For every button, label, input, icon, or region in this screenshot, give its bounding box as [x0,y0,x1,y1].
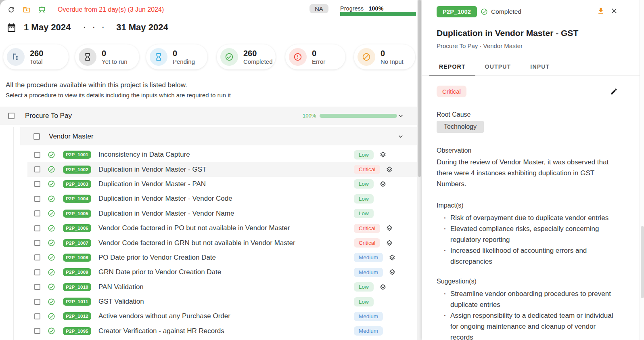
procedure-name: Duplication in Vendor Master - PAN [98,180,206,188]
row-checkbox[interactable] [34,269,40,275]
layers-icon [389,254,396,261]
procedure-row[interactable]: P2P_1007 Vendor Code factored in GRN but… [27,235,417,250]
group-procure-to-pay[interactable]: Procure To Pay 100% [0,107,417,125]
tab-input[interactable]: INPUT [521,59,559,76]
row-checkbox[interactable] [34,313,40,319]
refresh-icon[interactable] [7,6,15,14]
procedure-name: Vendor Code factored in PO but not avail… [98,224,290,232]
left-scrollbar-thumb[interactable] [418,0,421,177]
row-checkbox[interactable] [34,225,40,231]
row-checkbox[interactable] [34,299,40,305]
edit-icon[interactable] [610,88,618,95]
observation-label: Observation [437,147,471,154]
row-checkbox[interactable] [34,181,40,187]
tab-output[interactable]: OUTPUT [475,59,521,76]
completed-check-icon [48,313,55,320]
procedure-id-badge: P2P_1001 [63,151,91,159]
procedure-row[interactable]: P2P_1001 Inconsistency in Data Capture L… [27,147,417,162]
stat-error[interactable]: 0Error [285,44,345,69]
severity-badge: Medium [354,253,383,262]
procedure-id-badge: P2P_1002 [63,166,91,174]
subgroup-label: Vendor Master [49,132,94,141]
stat-no-input[interactable]: 0No Input [354,44,415,69]
procedure-name: Active vendors without any Purchase Orde… [98,312,230,320]
completed-check-icon [48,239,55,247]
procedure-id-badge: P2P_1004 [63,195,91,203]
procedure-name: GRN Date prior to Vendor Creation Date [98,268,221,276]
procedure-row[interactable]: P2P_1010 PAN Validation Low [27,280,417,294]
stat-value: 0 [381,49,385,58]
chevron-down-icon[interactable] [397,132,405,141]
folder-move-icon[interactable] [23,6,31,14]
row-checkbox[interactable] [34,254,40,260]
row-checkbox[interactable] [34,166,40,172]
procedure-name: GST Validation [98,298,144,306]
calendar-icon[interactable] [6,23,17,33]
severity-badge: Low [354,194,374,204]
procedure-list: P2P_1001 Inconsistency in Data Capture L… [27,147,417,338]
stat-value: 0 [312,49,316,58]
group-checkbox[interactable] [8,113,15,119]
procedures-panel: Overdue from 21 day(s) (3 Jun 2024) NA P… [0,0,417,340]
subgroup-checkbox[interactable] [33,133,40,140]
layers-icon [386,225,393,232]
procedure-row[interactable]: P2P_1095 Creator Verification - against … [27,324,417,338]
chevron-down-icon[interactable] [397,112,405,120]
severity-badge: Low [354,282,374,292]
severity-badge: Low [354,179,374,189]
procedure-row[interactable]: P2P_1005 Duplication in Vendor Master - … [27,206,417,221]
stat-pending[interactable]: 0Pending [146,44,207,69]
stat-completed[interactable]: 260Completed [217,44,276,69]
procedure-row[interactable]: P2P_1008 PO Date prior to Vendor Creatio… [27,250,417,265]
stat-value: 260 [243,49,257,58]
description-line1: All the procedure available within this … [6,81,187,89]
detail-status: Completed [481,8,521,15]
row-checkbox[interactable] [34,196,40,202]
detail-status-label: Completed [491,8,521,15]
subgroup-vendor-master[interactable]: Vendor Master [20,127,417,145]
hourglass-icon [79,48,96,66]
row-checkbox[interactable] [34,210,40,216]
right-scrollbar-thumb[interactable] [641,226,644,298]
tree-icon [7,48,25,66]
stat-yet-to-run[interactable]: 0Yet to run [75,44,139,69]
layers-icon [389,269,396,276]
severity-badge: Low [354,297,374,306]
procedure-row[interactable]: P2P_1011 GST Validation Low [27,294,417,309]
stat-label: Yet to run [102,58,128,65]
window-corner [0,0,6,6]
procedure-name: Creator Verification - against HR Record… [98,327,224,335]
procedure-row[interactable]: P2P_1009 GRN Date prior to Vendor Creati… [27,265,417,279]
presentation-icon[interactable] [38,6,46,14]
detail-id-badge: P2P_1002 [437,6,477,17]
procedure-id-badge: P2P_1012 [63,312,91,320]
impact-item: Risk of overpayment due to duplicate ven… [437,212,617,223]
procedure-id-badge: P2P_1010 [63,283,91,291]
error-icon [289,48,307,66]
row-checkbox[interactable] [34,328,40,334]
progress-label: Progress100% [340,5,383,12]
impacts-label: Impact(s) [437,202,464,209]
suggestions-label: Suggestion(s) [437,278,477,285]
group-progress-value: 100% [303,113,316,119]
severity-badge: Low [354,150,374,160]
procedure-row[interactable]: P2P_1004 Duplication in Vendor Master - … [27,191,417,206]
row-checkbox[interactable] [34,284,40,290]
download-icon[interactable] [597,7,605,15]
row-checkbox[interactable] [34,152,40,158]
stat-total[interactable]: 260Total [3,44,69,69]
procedure-row[interactable]: P2P_1002 Duplication in Vendor Master - … [27,162,417,176]
row-checkbox[interactable] [34,240,40,246]
date-range[interactable]: 1 May 2024 ··· 31 May 2024 [6,22,168,33]
tab-report[interactable]: REPORT [429,59,475,76]
right-scrollbar[interactable] [640,0,644,340]
overdue-label: Overdue from 21 day(s) (3 Jun 2024) [58,6,164,13]
group-progress: 100% [303,113,397,119]
procedure-row[interactable]: P2P_1003 Duplication in Vendor Master - … [27,177,417,191]
stat-label: Error [312,58,325,65]
procedure-row[interactable]: P2P_1006 Vendor Code factored in PO but … [27,221,417,235]
detail-tabs: REPORT OUTPUT INPUT [429,59,559,76]
close-icon[interactable] [610,7,618,15]
procedure-row[interactable]: P2P_1012 Active vendors without any Purc… [27,309,417,323]
left-scrollbar[interactable] [417,0,422,340]
